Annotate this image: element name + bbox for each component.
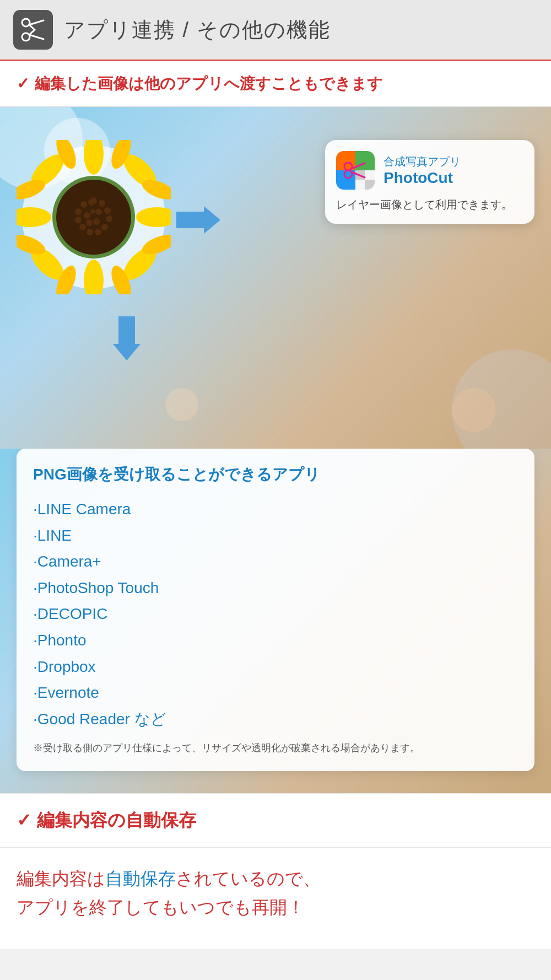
bokeh-5 [165,388,198,421]
bokeh-4 [452,388,496,432]
app-card-header: 合成写真アプリ PhotoCut [336,151,523,190]
app-card-title-block: 合成写真アプリ PhotoCut [383,154,461,187]
list-item-2: ·LINE [33,523,518,549]
bottom-desc-part3: アプリを終了してもいつでも再開！ [17,897,305,917]
sunflower [17,140,171,294]
svg-point-35 [80,201,87,208]
sunflower-svg [17,140,171,294]
app-category: 合成写真アプリ [383,154,461,169]
list-item-6: ·Phonto [33,627,518,654]
app-card: 合成写真アプリ PhotoCut レイヤー画像として利用できます。 [325,140,534,224]
svg-line-4 [29,25,35,30]
feature-banner-1-text: ✓編集した画像は他のアプリへ渡すこともできます [17,73,534,94]
bottom-description: 編集内容は自動保存されているので、 アプリを終了してもいつでも再開！ [17,865,534,921]
svg-rect-49 [365,180,375,190]
apps-list-section: PNG画像を受け取ることができるアプリ ·LINE Camera ·LINE ·… [0,449,551,793]
arrow-down [110,316,154,360]
svg-point-30 [95,229,101,235]
list-item-1: ·LINE Camera [33,496,518,523]
app-name: PhotoCut [383,169,461,187]
list-item-3: ·Camera+ [33,548,518,575]
feature-banner-2: ✓編集内容の自動保存 [0,793,551,848]
list-item-5: ·DECOPIC [33,601,518,627]
svg-point-39 [86,219,93,226]
svg-point-29 [101,224,108,230]
app-description: レイヤー画像として利用できます。 [336,196,523,213]
feature-banner-2-text: ✓編集内容の自動保存 [17,809,534,833]
svg-point-27 [104,207,111,214]
svg-point-40 [84,212,90,219]
bottom-desc-highlight: 自動保存 [105,869,176,889]
svg-point-26 [99,200,105,207]
svg-marker-43 [113,316,141,360]
arrow-right [176,203,220,236]
bottom-desc-part2: されているので、 [176,869,321,889]
apps-list-title: PNG画像を受け取ることができるアプリ [33,464,518,485]
list-item-9: ·Good Reader など [33,706,518,733]
svg-line-2 [29,20,44,25]
svg-point-32 [79,224,86,230]
svg-point-36 [88,199,95,206]
check-icon-1: ✓ [17,75,29,92]
list-item-4: ·PhotoShop Touch [33,575,518,601]
scene-area: 合成写真アプリ PhotoCut レイヤー画像として利用できます。 [0,107,551,449]
svg-point-28 [106,216,112,222]
header-icon [13,10,53,50]
svg-rect-45 [355,151,375,170]
list-item-7: ·Dropbox [33,654,518,680]
feature-banner-1: ✓編集した画像は他のアプリへ渡すこともできます [0,61,551,107]
apps-list-note: ※受け取る側のアプリ仕様によって、リサイズや透明化が破棄される場合があります。 [33,741,518,756]
svg-point-31 [87,229,93,235]
apps-list-card: PNG画像を受け取ることができるアプリ ·LINE Camera ·LINE ·… [17,449,534,771]
svg-point-34 [75,208,82,215]
svg-point-33 [75,217,82,223]
apps-list-items: ·LINE Camera ·LINE ·Camera+ ·PhotoShop T… [33,496,518,732]
photocut-icon [336,151,375,190]
scissors-icon [19,16,47,44]
check-icon-2: ✓ [17,810,31,830]
bottom-section: 編集内容は自動保存されているので、 アプリを終了してもいつでも再開！ [0,848,551,949]
bottom-desc-part1: 編集内容は [17,869,105,889]
svg-line-3 [29,35,44,39]
page-header: アプリ連携 / その他の機能 [0,0,551,61]
svg-point-41 [90,209,95,214]
svg-point-38 [93,218,100,225]
svg-marker-42 [176,206,220,234]
svg-point-37 [95,208,102,215]
list-item-8: ·Evernote [33,680,518,706]
svg-point-24 [56,180,131,255]
page-title: アプリ連携 / その他の機能 [64,16,331,44]
svg-line-5 [29,30,35,35]
feature-text-2: 編集内容の自動保存 [37,810,196,830]
feature-text-1: 編集した画像は他のアプリへ渡すこともできます [35,75,383,92]
